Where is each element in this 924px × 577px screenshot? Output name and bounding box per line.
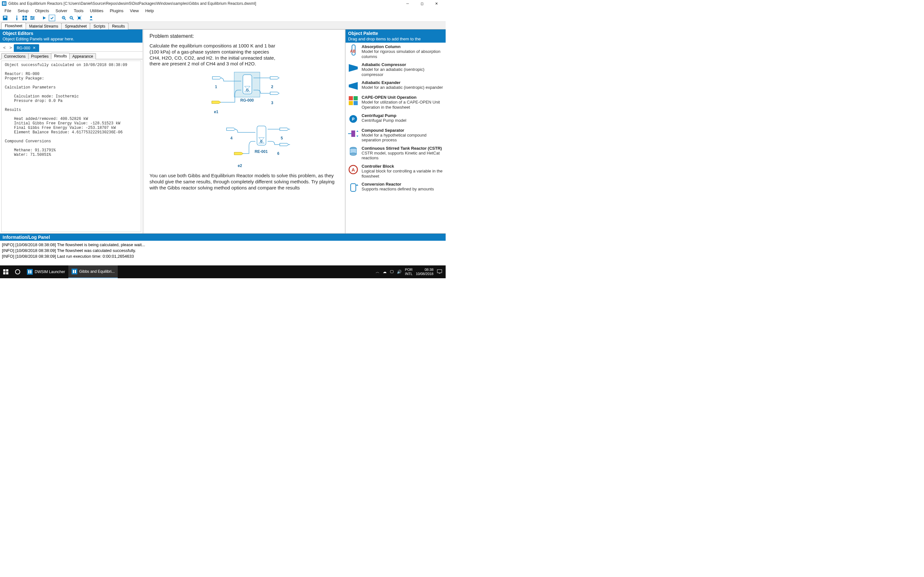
palette-item[interactable]: Continuous Stirred Tank Reactor (CSTR)CS… bbox=[346, 144, 446, 162]
play-icon[interactable] bbox=[41, 15, 47, 21]
menu-tools[interactable]: Tools bbox=[71, 8, 87, 14]
svg-text:1: 1 bbox=[215, 85, 217, 89]
menu-solver[interactable]: Solver bbox=[52, 8, 71, 14]
svg-rect-66 bbox=[354, 96, 358, 100]
menu-objects[interactable]: Objects bbox=[32, 8, 52, 14]
svg-text:A: A bbox=[352, 167, 355, 172]
tab-spreadsheet[interactable]: Spreadsheet bbox=[61, 23, 90, 29]
toolbar bbox=[0, 14, 446, 22]
results-output[interactable]: Object successfully calculated on 10/08/… bbox=[1, 61, 141, 232]
tray-network-icon[interactable]: 🖵 bbox=[390, 269, 394, 274]
sliders-icon[interactable] bbox=[29, 15, 36, 21]
tab-scripts[interactable]: Scripts bbox=[90, 23, 109, 29]
tab-results[interactable]: Results bbox=[108, 23, 128, 29]
svg-text:P: P bbox=[352, 117, 355, 121]
tab-material-streams[interactable]: Material Streams bbox=[26, 23, 62, 29]
svg-point-16 bbox=[31, 19, 33, 20]
svg-rect-90 bbox=[71, 269, 78, 274]
palette-item[interactable]: ABAbsorption ColumnModel for rigorous si… bbox=[346, 43, 446, 61]
palette-item[interactable]: Compound SeparatorModel for a hypothetic… bbox=[346, 126, 446, 144]
palette-item[interactable]: CAPE-OPEN Unit OperationModel for utiliz… bbox=[346, 93, 446, 111]
taskbar: DWSIM Launcher Gibbs and Equilibri... ︿ … bbox=[0, 266, 446, 278]
svg-rect-80 bbox=[351, 184, 356, 191]
taskbar-app-dwsim-launcher[interactable]: DWSIM Launcher bbox=[24, 266, 68, 278]
svg-marker-54 bbox=[280, 128, 289, 131]
menu-utilities[interactable]: Utilities bbox=[87, 8, 107, 14]
svg-rect-84 bbox=[3, 272, 5, 274]
zoom-in-icon[interactable] bbox=[61, 15, 67, 21]
palette-item[interactable]: PCentrifugal PumpCentrifugal Pump model bbox=[346, 111, 446, 126]
close-tab-icon[interactable]: ✕ bbox=[32, 46, 36, 50]
svg-line-27 bbox=[81, 16, 81, 17]
tray-lang[interactable]: POR INTL bbox=[405, 268, 413, 276]
palette-list: ABAbsorption ColumnModel for rigorous si… bbox=[346, 43, 446, 234]
svg-rect-0 bbox=[2, 1, 6, 6]
log-body[interactable]: [INFO] [10/08/2018 08:38:08] The flowshe… bbox=[0, 241, 446, 261]
palette-item-icon bbox=[347, 182, 359, 193]
palette-item-desc: CSTR model, supports Kinetic and HetCat … bbox=[362, 151, 444, 161]
grid-icon[interactable] bbox=[21, 15, 28, 21]
svg-marker-17 bbox=[43, 16, 46, 19]
taskbar-app-gibbs[interactable]: Gibbs and Equilibri... bbox=[68, 266, 118, 278]
svg-marker-56 bbox=[234, 152, 243, 155]
close-button[interactable]: ✕ bbox=[429, 0, 444, 7]
palette-item-desc: Model for a hypothetical compound separa… bbox=[362, 133, 444, 143]
svg-text:2: 2 bbox=[271, 85, 273, 89]
document-tabs: Flowsheet Material Streams Spreadsheet S… bbox=[0, 22, 446, 29]
zoom-out-icon[interactable] bbox=[68, 15, 75, 21]
object-tab-rg000[interactable]: RG-000 ✕ bbox=[14, 44, 39, 52]
minimize-button[interactable]: ─ bbox=[401, 0, 415, 7]
tray-chevron-icon[interactable]: ︿ bbox=[376, 269, 380, 275]
svg-rect-5 bbox=[16, 16, 17, 17]
check-icon[interactable] bbox=[49, 15, 55, 21]
tab-flowsheet[interactable]: Flowsheet bbox=[1, 23, 26, 29]
fit-icon[interactable] bbox=[76, 15, 82, 21]
menu-help[interactable]: Help bbox=[142, 8, 157, 14]
svg-rect-7 bbox=[23, 16, 24, 18]
menu-view[interactable]: View bbox=[127, 8, 142, 14]
subtab-connections[interactable]: Connections bbox=[1, 53, 29, 59]
svg-rect-88 bbox=[28, 270, 29, 274]
menu-file[interactable]: File bbox=[1, 8, 15, 14]
subtab-appearance[interactable]: Appearance bbox=[69, 53, 96, 59]
flowsheet-canvas[interactable]: Problem statement: Calculate the equilib… bbox=[144, 29, 345, 234]
tab-nav-prev[interactable]: < bbox=[1, 45, 8, 50]
maximize-button[interactable]: ◻ bbox=[415, 0, 429, 7]
svg-text:E: E bbox=[260, 139, 262, 143]
tray-onedrive-icon[interactable]: ☁ bbox=[383, 269, 387, 274]
palette-item-title: Continuous Stirred Tank Reactor (CSTR) bbox=[362, 146, 444, 151]
start-button[interactable] bbox=[0, 266, 11, 278]
cortana-button[interactable] bbox=[11, 266, 24, 278]
palette-item[interactable]: Adiabatic ExpanderModel for an adiabatic… bbox=[346, 79, 446, 93]
svg-marker-55 bbox=[280, 143, 289, 146]
palette-item-title: Adiabatic Compressor bbox=[362, 62, 444, 67]
menu-plugins[interactable]: Plugins bbox=[107, 8, 127, 14]
palette-item-title: CAPE-OPEN Unit Operation bbox=[362, 95, 444, 100]
svg-rect-10 bbox=[25, 18, 27, 20]
palette-item-icon bbox=[347, 62, 359, 74]
menu-setup[interactable]: Setup bbox=[15, 8, 32, 14]
tray-volume-icon[interactable]: 🔊 bbox=[397, 269, 402, 274]
svg-text:G: G bbox=[246, 88, 249, 92]
svg-rect-91 bbox=[73, 270, 74, 273]
palette-item[interactable]: Adiabatic CompressorModel for an adiabat… bbox=[346, 61, 446, 79]
tray-notifications-icon[interactable] bbox=[437, 269, 443, 276]
save-icon[interactable] bbox=[2, 15, 8, 21]
tray-clock[interactable]: 08:38 10/08/2018 bbox=[416, 268, 433, 276]
svg-rect-8 bbox=[25, 16, 27, 18]
app-icon bbox=[2, 1, 6, 6]
subtab-properties[interactable]: Properties bbox=[28, 53, 52, 59]
tab-nav-next[interactable]: > bbox=[8, 45, 14, 50]
problem-text: Calculate the equilibrium compositions a… bbox=[150, 43, 281, 67]
info-icon[interactable] bbox=[14, 15, 20, 21]
palette-item[interactable]: Conversion ReactorSupports reactions def… bbox=[346, 180, 446, 195]
palette-item[interactable]: AController BlockLogical block for contr… bbox=[346, 162, 446, 180]
palette-item-title: Absorption Column bbox=[362, 44, 444, 49]
palette-item-title: Centrifugal Pump bbox=[362, 113, 444, 118]
svg-text:4: 4 bbox=[230, 136, 233, 140]
subtab-results[interactable]: Results bbox=[51, 53, 69, 59]
palette-item-icon bbox=[347, 80, 359, 92]
svg-rect-83 bbox=[6, 269, 8, 271]
svg-marker-41 bbox=[212, 101, 221, 103]
person-icon[interactable] bbox=[88, 15, 94, 21]
